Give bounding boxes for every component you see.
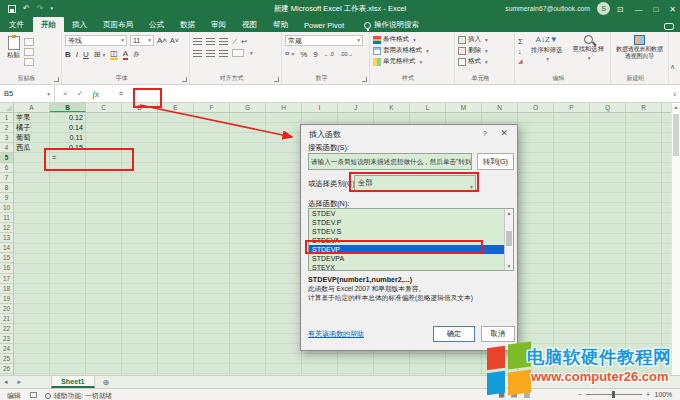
- accounting-format-icon[interactable]: ¤▾: [285, 49, 294, 59]
- row-header-20[interactable]: 20: [0, 304, 13, 314]
- paste-button[interactable]: 粘贴: [3, 35, 24, 66]
- decrease-font-icon[interactable]: A˅: [170, 36, 179, 45]
- conditional-formatting-button[interactable]: 条件格式▾: [373, 35, 451, 44]
- save-icon[interactable]: [8, 5, 16, 13]
- column-header-R[interactable]: R: [626, 103, 662, 112]
- row-header-26[interactable]: 26: [0, 364, 13, 374]
- pivot-wizard-button[interactable]: 数据透视表和数据透视图向导: [614, 35, 665, 59]
- tab-公式[interactable]: 公式: [141, 17, 172, 32]
- dialog-help-icon[interactable]: ?: [483, 129, 487, 138]
- tab-审阅[interactable]: 审阅: [203, 17, 234, 32]
- column-header-J[interactable]: J: [338, 103, 374, 112]
- alignment-dialog-launcher-icon[interactable]: [274, 77, 279, 82]
- font-color-icon[interactable]: A: [123, 49, 128, 60]
- maximize-button[interactable]: □: [653, 5, 658, 14]
- row-header-7[interactable]: 7: [0, 173, 13, 183]
- function-item-STDEV.P[interactable]: STDEV.P: [309, 218, 504, 227]
- function-list-scrollbar[interactable]: ▲ ▼: [504, 209, 513, 270]
- name-box[interactable]: B5 ▾: [0, 85, 55, 102]
- sheet-tab-sheet1[interactable]: Sheet1: [51, 376, 95, 388]
- function-help-link[interactable]: 有关该函数的帮助: [308, 329, 364, 339]
- page-break-view-icon[interactable]: ▥: [523, 391, 530, 399]
- qat-dropdown-icon[interactable]: ▾: [50, 3, 53, 14]
- column-header-G[interactable]: G: [230, 103, 266, 112]
- row-header-14[interactable]: 14: [0, 243, 13, 253]
- sort-filter-button[interactable]: A↓Z▼ 排序和筛选 ▾: [529, 35, 564, 66]
- zoom-slider[interactable]: [586, 394, 642, 395]
- column-header-B[interactable]: B: [50, 103, 86, 112]
- align-left-icon[interactable]: [193, 50, 202, 57]
- row-header-2[interactable]: 2: [0, 123, 13, 133]
- insert-cells-button[interactable]: 插入▾: [458, 35, 511, 44]
- tab-帮助[interactable]: 帮助: [265, 17, 296, 32]
- row-header-19[interactable]: 19: [0, 294, 13, 304]
- cell-B1[interactable]: 0.12: [50, 113, 85, 123]
- number-format-select[interactable]: 常规▾: [285, 35, 363, 46]
- increase-decimal-icon[interactable]: ←.0: [324, 50, 334, 59]
- comments-icon[interactable]: [664, 23, 674, 30]
- column-header-F[interactable]: F: [194, 103, 230, 112]
- merge-center-icon[interactable]: [232, 49, 244, 57]
- row-header-4[interactable]: 4: [0, 143, 13, 153]
- autosum-icon[interactable]: Σ: [518, 37, 523, 46]
- align-bottom-icon[interactable]: [219, 38, 228, 45]
- sheet-nav-arrows-icon[interactable]: ◂ ▸: [0, 378, 29, 386]
- font-dialog-launcher-icon[interactable]: [182, 77, 187, 82]
- column-header-E[interactable]: E: [158, 103, 194, 112]
- row-header-17[interactable]: 17: [0, 274, 13, 284]
- row-header-1[interactable]: 1: [0, 113, 13, 123]
- function-list[interactable]: STDEVSTDEV.PSTDEV.SSTDEVASTDEVPSTDEVPAST…: [308, 208, 514, 271]
- bold-button[interactable]: B: [65, 50, 71, 59]
- tab-开始[interactable]: 开始: [33, 17, 64, 32]
- tell-me-search[interactable]: 操作说明搜索: [364, 20, 419, 32]
- cell-B3[interactable]: 0.11: [50, 133, 85, 143]
- category-dropdown[interactable]: 全部 ▾: [354, 175, 476, 191]
- tab-页面布局[interactable]: 页面布局: [95, 17, 141, 32]
- column-header-O[interactable]: O: [518, 103, 554, 112]
- row-header-12[interactable]: 12: [0, 223, 13, 233]
- account-email[interactable]: summerain67@outlook.com: [505, 5, 590, 12]
- borders-icon[interactable]: ⊞▾: [94, 50, 105, 60]
- comma-style-icon[interactable]: 9: [313, 50, 317, 59]
- cell-A2[interactable]: 橘子: [14, 123, 49, 133]
- macro-record-icon[interactable]: [30, 392, 37, 398]
- column-header-A[interactable]: A: [14, 103, 50, 112]
- wrap-text-icon[interactable]: ↩: [241, 37, 247, 46]
- font-size-select[interactable]: 11▾: [130, 35, 154, 46]
- formula-content[interactable]: =: [107, 89, 123, 98]
- scroll-up-icon[interactable]: ▲: [672, 103, 680, 111]
- close-button[interactable]: ✕: [669, 5, 676, 14]
- row-header-18[interactable]: 18: [0, 284, 13, 294]
- column-header-M[interactable]: M: [446, 103, 482, 112]
- cut-icon[interactable]: [24, 38, 34, 46]
- vertical-scrollbar[interactable]: ▲: [671, 103, 680, 375]
- fill-icon[interactable]: ↓: [518, 47, 523, 56]
- function-item-STEYX[interactable]: STEYX: [309, 263, 504, 271]
- column-header-N[interactable]: N: [482, 103, 518, 112]
- collapse-ribbon-icon[interactable]: ∧: [670, 63, 675, 71]
- cell-B4[interactable]: 0.15: [50, 143, 85, 153]
- format-painter-icon[interactable]: [24, 58, 34, 66]
- find-select-button[interactable]: 查找和选择 ▾: [570, 35, 605, 66]
- format-as-table-button[interactable]: 套用表格格式▾: [373, 46, 451, 55]
- copy-icon[interactable]: [24, 48, 34, 56]
- row-header-11[interactable]: 11: [0, 213, 13, 223]
- function-item-STDEV[interactable]: STDEV: [309, 209, 504, 218]
- font-name-select[interactable]: 等线▾: [65, 35, 127, 46]
- list-scroll-up-icon[interactable]: ▲: [505, 209, 513, 217]
- function-item-STDEVPA[interactable]: STDEVPA: [309, 254, 504, 263]
- cancel-entry-icon[interactable]: ×: [63, 89, 68, 98]
- row-header-23[interactable]: 23: [0, 334, 13, 344]
- column-header-L[interactable]: L: [410, 103, 446, 112]
- dialog-close-icon[interactable]: ✕: [500, 128, 508, 138]
- zoom-slider-thumb[interactable]: [612, 391, 615, 398]
- row-header-5[interactable]: 5: [0, 153, 13, 163]
- tab-数据[interactable]: 数据: [172, 17, 203, 32]
- go-button[interactable]: 转到(G): [477, 153, 514, 170]
- page-layout-view-icon[interactable]: ▤: [511, 391, 518, 399]
- row-header-6[interactable]: 6: [0, 163, 13, 173]
- redo-icon[interactable]: ↷: [37, 3, 44, 14]
- phonetic-icon[interactable]: 亦: [133, 50, 139, 59]
- increase-font-icon[interactable]: A˄: [157, 36, 167, 45]
- column-header-K[interactable]: K: [374, 103, 410, 112]
